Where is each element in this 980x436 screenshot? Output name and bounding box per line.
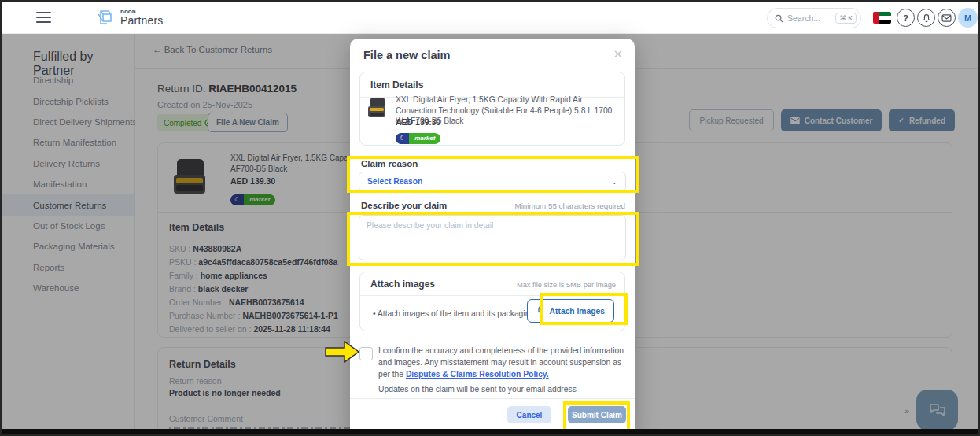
max-file-size-hint: Max file size is 5MB per image [517,281,616,289]
min-characters-hint: Minimum 55 characters required [515,201,625,210]
updates-text: Updates on the claim will be sent to you… [378,385,577,394]
claim-description-textarea[interactable]: Please describe your claim in detail [359,215,626,260]
chevron-down-icon: ⌄ [611,178,617,186]
attach-images-heading: Attach images [370,279,435,290]
claim-reason-select[interactable]: Select Reason ⌄ [359,172,626,191]
modal-product-price: AED 139.30 [396,117,440,127]
claim-reason-value: Select Reason [367,177,422,186]
hamburger-menu-icon[interactable] [36,12,51,23]
noon-cube-icon [94,7,115,28]
file-claim-modal: File a new claim ✕ Item Details XXL Digi… [350,39,635,436]
uae-flag-icon[interactable] [873,12,891,24]
modal-product-thumbnail [367,97,387,120]
paperclip-icon [536,306,545,316]
describe-claim-label: Describe your claim [361,201,447,210]
bottom-bar [2,429,978,434]
modal-title: File a new claim [363,49,450,61]
attach-images-button[interactable]: Attach images [527,299,614,323]
search-input[interactable]: Search... ⌘ K [767,8,861,28]
messages-envelope-icon[interactable] [938,9,956,27]
search-shortcut-badge: ⌘ K [835,13,857,24]
cancel-button[interactable]: Cancel [507,406,551,423]
close-icon[interactable]: ✕ [613,47,623,61]
search-placeholder: Search... [787,13,831,23]
help-icon[interactable]: ? [897,9,915,27]
confirmation-text: I confirm the accuracy and completeness … [378,345,624,380]
notifications-bell-icon[interactable] [917,9,935,27]
modal-item-details-heading: Item Details [370,79,423,91]
attach-images-bullet: • Attach images of the item and its pack… [373,309,534,318]
noon-moon-icon: ☾ [396,133,409,144]
user-avatar[interactable]: M [958,8,978,28]
brand-bottom-text: Partners [120,15,164,26]
app-window: noon Partners Search... ⌘ K ? [0,0,980,436]
disputes-policy-link[interactable]: Disputes & Claims Resolution Policy. [406,370,549,379]
attach-images-card: Attach images Max file size is 5MB per i… [359,272,625,331]
brand-logo[interactable]: noon Partners [94,7,164,28]
confirm-checkbox[interactable] [359,347,373,360]
modal-market-badge: ☾ market [396,129,440,144]
search-icon [775,14,783,23]
submit-claim-button[interactable]: Submit Claim [568,406,626,423]
top-bar: noon Partners Search... ⌘ K ? [2,2,978,34]
claim-reason-label: Claim reason [361,159,418,168]
